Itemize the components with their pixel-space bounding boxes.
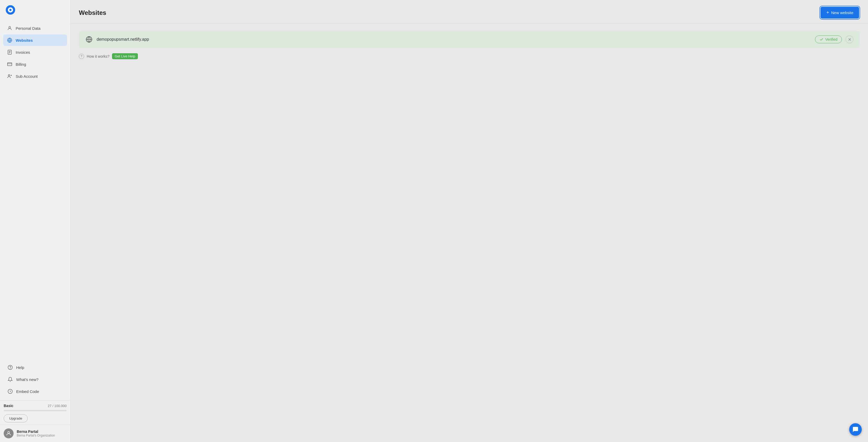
sidebar-item-websites[interactable]: Websites xyxy=(3,34,67,46)
new-website-button[interactable]: + New website xyxy=(820,6,860,19)
plan-name: Basic xyxy=(4,404,13,408)
website-globe-icon xyxy=(85,35,93,43)
main-content-area: Websites + New website demopopupsmart.ne… xyxy=(70,0,868,442)
svg-rect-6 xyxy=(7,63,12,66)
website-card: demopopupsmart.netlify.app Verified ✕ xyxy=(79,31,860,48)
sidebar-item-label: What's new? xyxy=(16,377,38,382)
svg-point-8 xyxy=(8,75,10,76)
how-it-works-text: How it works? xyxy=(87,54,110,59)
how-it-works-section: ? How it works? Get Live Help xyxy=(79,53,860,59)
sidebar-item-embed-code[interactable]: Embed Code xyxy=(4,386,67,397)
user-org: Berna Partal's Organization xyxy=(17,434,55,437)
globe-nav-icon xyxy=(7,37,12,43)
help-icon xyxy=(7,365,13,370)
user-info: Berna Partal Berna Partal's Organization xyxy=(17,430,55,437)
user-name: Berna Partal xyxy=(17,430,55,434)
upgrade-button[interactable]: Upgrade xyxy=(4,414,28,422)
sidebar-item-label: Sub Account xyxy=(16,74,38,78)
sidebar-item-sub-account[interactable]: Sub Account xyxy=(3,70,67,82)
live-help-button[interactable]: Get Live Help xyxy=(112,53,138,59)
svg-point-10 xyxy=(10,368,10,369)
logo-icon xyxy=(6,5,15,14)
plan-usage: 27 / 100.000 xyxy=(48,404,67,408)
sidebar-item-whats-new[interactable]: What's new? xyxy=(4,374,67,385)
sidebar-nav: Personal Data Websites Inv xyxy=(0,20,70,359)
sidebar-item-invoices[interactable]: Invoices xyxy=(3,46,67,58)
website-left: demopopupsmart.netlify.app xyxy=(85,35,149,43)
svg-point-9 xyxy=(8,365,12,370)
sidebar: Personal Data Websites Inv xyxy=(0,0,70,442)
plus-icon: + xyxy=(826,10,829,15)
sidebar-item-label: Embed Code xyxy=(16,389,39,394)
verified-label: Verified xyxy=(825,37,837,41)
remove-website-button[interactable]: ✕ xyxy=(845,35,854,43)
main-header: Websites + New website xyxy=(70,0,868,24)
sidebar-bottom-nav: Help What's new? Embed Code xyxy=(0,359,70,400)
website-right: Verified ✕ xyxy=(815,35,854,43)
sidebar-item-billing[interactable]: Billing xyxy=(3,59,67,70)
plan-section: Basic 27 / 100.000 Upgrade xyxy=(0,400,70,424)
websites-list: demopopupsmart.netlify.app Verified ✕ ? … xyxy=(70,24,868,442)
verified-badge: Verified xyxy=(815,35,842,43)
user-section: Berna Partal Berna Partal's Organization xyxy=(0,424,70,442)
bell-icon xyxy=(7,376,13,382)
svg-point-12 xyxy=(7,432,9,433)
page-title: Websites xyxy=(79,9,106,16)
new-website-label: New website xyxy=(831,10,854,15)
avatar xyxy=(4,429,13,438)
question-icon: ? xyxy=(79,54,84,59)
website-url: demopopupsmart.netlify.app xyxy=(97,37,149,42)
billing-icon xyxy=(7,61,12,67)
svg-point-0 xyxy=(9,26,11,28)
logo-area xyxy=(0,0,70,20)
sidebar-item-help[interactable]: Help xyxy=(4,362,67,373)
embed-icon xyxy=(7,388,13,394)
sidebar-item-label: Personal Data xyxy=(16,26,40,31)
sidebar-item-label: Invoices xyxy=(16,50,30,55)
sidebar-item-label: Help xyxy=(16,365,24,370)
plan-progress-bar xyxy=(4,410,67,411)
subaccount-icon xyxy=(7,73,12,79)
chat-button[interactable] xyxy=(849,423,862,436)
invoice-icon xyxy=(7,49,12,55)
close-icon: ✕ xyxy=(848,37,851,42)
sidebar-item-personal-data[interactable]: Personal Data xyxy=(3,23,67,34)
sidebar-item-label: Billing xyxy=(16,62,26,67)
person-icon xyxy=(7,25,12,31)
sidebar-item-label: Websites xyxy=(16,38,33,42)
